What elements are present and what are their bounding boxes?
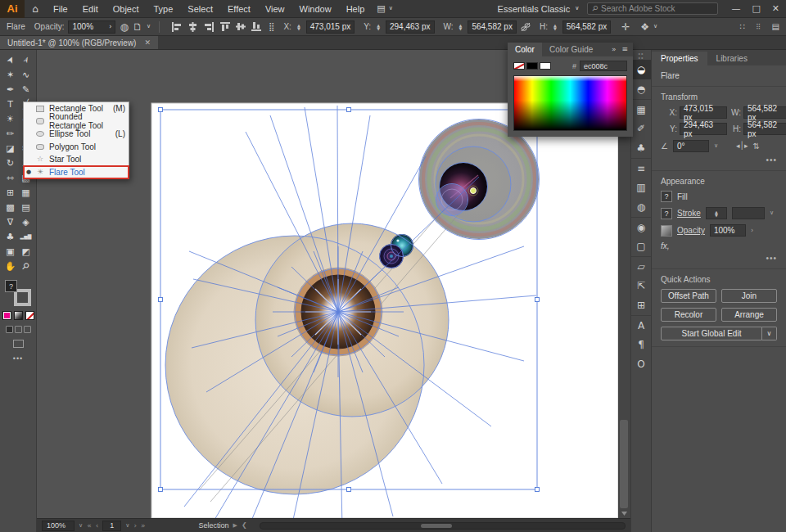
search-input[interactable]: ⚲ Search Adobe Stock — [587, 2, 718, 15]
opacity-link[interactable]: Opacity — [677, 226, 705, 235]
shape-builder-tool[interactable]: ⊞ — [2, 185, 18, 200]
paragraph-icon[interactable]: ¶ — [631, 335, 652, 354]
collapse-panel-icon[interactable]: » — [612, 46, 617, 53]
black-swatch[interactable] — [526, 62, 538, 70]
tab-color-guide[interactable]: Color Guide — [542, 43, 600, 56]
h-field[interactable]: 564,582 px — [562, 20, 612, 34]
stroke-dropdown-icon[interactable]: ∨ — [770, 210, 774, 216]
menu-item[interactable]: Effect — [220, 0, 258, 17]
align-middle-icon[interactable] — [236, 21, 246, 32]
type-tool[interactable]: T — [2, 97, 18, 111]
screen-mode-button[interactable] — [13, 340, 24, 348]
menu-item[interactable]: File — [46, 0, 75, 17]
flyout-item-polygon[interactable]: ● Polygon Tool — [24, 141, 129, 154]
none-swatch-button[interactable] — [25, 311, 34, 320]
next-artboard-icon[interactable]: › — [133, 522, 137, 530]
stroke-link[interactable]: Stroke — [677, 209, 701, 218]
flip-vertical-icon[interactable]: ⇅ — [753, 142, 760, 151]
last-artboard-icon[interactable]: » — [141, 522, 146, 530]
columns-options-icon[interactable]: ⫶⫶ — [757, 23, 761, 31]
close-button[interactable]: ✕ — [772, 4, 779, 13]
gradient-icon[interactable]: ▥ — [631, 178, 652, 197]
opacity-popup-icon[interactable]: › — [751, 228, 753, 234]
w-stepper[interactable]: ▲▼ — [459, 24, 463, 30]
x-stepper[interactable]: ▲▼ — [297, 24, 300, 30]
stroke-weight-field[interactable] — [732, 207, 765, 219]
horizontal-scrollbar[interactable] — [260, 522, 626, 530]
zoom-dropdown-icon[interactable]: ∨ — [79, 523, 83, 529]
align-left-icon[interactable] — [171, 22, 182, 32]
pencil-tool[interactable]: ✏ — [2, 126, 18, 141]
column-graph-tool[interactable]: ▂▅▇ — [18, 229, 34, 244]
flyout-item-star[interactable]: ●☆ Star Tool — [24, 153, 129, 166]
y-field[interactable]: 294,463 px — [680, 123, 727, 135]
flip-horizontal-icon[interactable]: ◂│▸ — [736, 142, 748, 150]
x-field[interactable]: 473,015 px — [306, 20, 355, 34]
quick-action-button[interactable]: Arrange — [721, 308, 777, 322]
magic-wand-tool[interactable]: ✶ — [2, 67, 18, 82]
curvature-tool[interactable]: ✎ — [18, 82, 34, 97]
opacity-popup-icon[interactable]: › — [109, 24, 111, 30]
h-stepper[interactable]: ▲▼ — [553, 24, 557, 30]
perspective-grid-tool[interactable]: ▦ — [18, 185, 34, 200]
mesh-tool[interactable]: ▩ — [2, 200, 18, 214]
w-field[interactable]: 564,582 px — [743, 106, 786, 119]
edit-toolbar-button[interactable]: ••• — [13, 354, 23, 363]
lasso-tool[interactable]: ∿ — [18, 67, 34, 82]
symbol-sprayer-tool[interactable]: ♣ — [2, 229, 18, 244]
panel-menu-icon[interactable]: ≡ — [621, 46, 628, 53]
symbols-icon[interactable]: ♣ — [631, 138, 652, 158]
x-field[interactable]: 473,015 px — [680, 106, 727, 119]
vertical-scrollbar-thumb[interactable] — [620, 420, 628, 508]
color-swatch-button[interactable] — [2, 311, 11, 320]
layers-icon[interactable]: ▱ — [631, 256, 652, 276]
none-swatch[interactable] — [513, 62, 525, 70]
transparency-icon[interactable]: ◍ — [631, 197, 652, 217]
quick-action-button[interactable]: Join — [721, 289, 777, 303]
menu-item[interactable]: Edit — [75, 0, 106, 17]
dock-grip[interactable]: •••• — [639, 52, 644, 60]
home-icon[interactable]: ⌂ — [25, 4, 46, 14]
maximize-button[interactable]: □ — [752, 4, 760, 13]
global-edit-dropdown-icon[interactable]: ∨ — [762, 327, 777, 340]
align-top-icon[interactable] — [220, 21, 230, 32]
start-global-edit-button[interactable]: Start Global Edit — [661, 327, 762, 340]
tab-close-icon[interactable]: ✕ — [144, 39, 151, 47]
layout-switcher-icon[interactable]: ▤ — [377, 4, 385, 13]
previous-artboard-icon[interactable]: ‹ — [96, 522, 99, 530]
y-stepper[interactable]: ▲▼ — [377, 24, 380, 30]
width-tool[interactable]: ⇿ — [2, 170, 18, 185]
transform-options-icon[interactable]: ✛ — [621, 22, 630, 32]
eraser-tool[interactable]: ◪ — [2, 141, 18, 156]
eyedropper-tool[interactable]: ∇ — [2, 214, 18, 229]
opacity-field[interactable]: 100% — [710, 224, 746, 237]
opacity-swatch[interactable] — [661, 225, 672, 237]
menu-item[interactable]: Type — [147, 0, 181, 17]
stroke-icon[interactable]: ≡ — [631, 158, 652, 178]
character-icon[interactable]: A — [631, 315, 652, 335]
color-guide-icon[interactable]: ◓ — [631, 79, 652, 99]
menu-item[interactable]: Window — [292, 0, 339, 17]
rotate-tool[interactable]: ↻ — [2, 156, 18, 170]
w-field[interactable]: 564,582 px — [468, 20, 517, 34]
document-setup-icon[interactable]: 🗋 — [133, 22, 142, 32]
gradient-swatch-button[interactable] — [14, 311, 23, 320]
scrollbar-left-arrow-icon[interactable]: ❮ — [242, 522, 247, 529]
status-expand-icon[interactable]: ▶ — [233, 523, 237, 529]
swatches-icon[interactable]: ▦ — [631, 99, 652, 119]
menu-item[interactable]: Object — [106, 0, 147, 17]
tab-color[interactable]: Color — [508, 43, 542, 56]
artboard-tool[interactable]: ▣ — [2, 244, 18, 259]
appearance-icon[interactable]: ◉ — [631, 217, 652, 237]
draw-behind-button[interactable] — [15, 326, 22, 333]
transform-more-options[interactable]: ••• — [661, 156, 777, 165]
opacity-field[interactable]: 100% › — [68, 20, 115, 34]
fill-proxy[interactable]: ? — [5, 280, 17, 292]
artboard-dropdown-icon[interactable]: ∨ — [125, 523, 129, 529]
tab-libraries[interactable]: Libraries — [707, 52, 757, 65]
color-panel-icon[interactable]: ◒ — [631, 60, 652, 79]
menu-item[interactable]: Help — [339, 0, 373, 17]
align-center-icon[interactable] — [187, 22, 198, 32]
flare-tool-slot[interactable]: ☀ — [2, 111, 18, 126]
appearance-more-options[interactable]: ••• — [661, 254, 777, 263]
